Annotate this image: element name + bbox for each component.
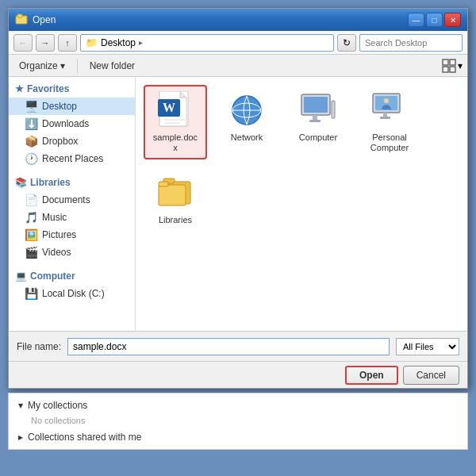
- word-doc-icon: W: [156, 91, 194, 129]
- new-folder-label: New folder: [90, 60, 135, 71]
- svg-rect-18: [332, 101, 335, 118]
- computer-header[interactable]: 💻 Computer: [9, 267, 135, 285]
- address-arrow: ▸: [139, 38, 143, 47]
- up-button[interactable]: ↑: [58, 34, 77, 52]
- my-collections-label: My collections: [28, 400, 87, 411]
- videos-icon: 🎬: [25, 246, 37, 259]
- libraries-arrow: 📚: [15, 177, 27, 188]
- sidebar-downloads-label: Downloads: [42, 118, 89, 129]
- my-collections-header[interactable]: ▾ My collections: [18, 400, 458, 411]
- title-controls: — □ ✕: [408, 13, 461, 27]
- local-disk-icon: 💾: [25, 287, 37, 300]
- open-button[interactable]: Open: [345, 366, 398, 385]
- file-type-select[interactable]: All Files: [396, 338, 459, 355]
- sidebar-pictures-label: Pictures: [42, 229, 76, 240]
- shared-label: Collections shared with me: [28, 432, 141, 443]
- music-icon: 🎵: [25, 211, 37, 224]
- action-bar: Open Cancel: [9, 361, 467, 388]
- no-collections-text: No collections: [18, 414, 458, 427]
- dialog-icon: [15, 13, 28, 26]
- file-item-personal-computer[interactable]: PersonalComputer: [358, 85, 421, 159]
- address-bar: ← → ↑ 📁 Desktop ▸ ↻: [9, 31, 467, 55]
- sidebar-divider-1: [9, 167, 135, 174]
- bottom-bar: File name: All Files: [9, 331, 467, 361]
- view-chevron: ▾: [458, 60, 463, 71]
- search-input[interactable]: [359, 34, 463, 52]
- file-area: W sample.docx: [136, 77, 467, 331]
- maximize-button[interactable]: □: [426, 13, 443, 27]
- sidebar-item-desktop[interactable]: 🖥️ Desktop: [9, 98, 135, 115]
- sidebar-item-pictures[interactable]: 🖼️ Pictures: [9, 226, 135, 244]
- sidebar-recent-label: Recent Places: [42, 153, 103, 164]
- svg-rect-22: [383, 113, 387, 117]
- shared-collections-header[interactable]: ▸ Collections shared with me: [18, 432, 458, 443]
- svg-rect-27: [159, 182, 168, 186]
- svg-rect-17: [309, 120, 321, 122]
- close-button[interactable]: ✕: [444, 13, 461, 27]
- dropbox-icon: 📦: [25, 135, 37, 148]
- downloads-icon: ⬇️: [25, 117, 37, 130]
- sidebar-item-recent[interactable]: 🕐 Recent Places: [9, 150, 135, 167]
- sidebar-item-videos[interactable]: 🎬 Videos: [9, 244, 135, 261]
- file-item-libraries[interactable]: Libraries: [144, 167, 207, 232]
- desktop-icon: 🖥️: [25, 100, 37, 113]
- file-item-network-label: Network: [231, 132, 263, 143]
- collections-area: ▾ My collections No collections ▸ Collec…: [8, 393, 468, 450]
- sidebar-documents-label: Documents: [42, 194, 90, 205]
- network-icon: [228, 91, 266, 129]
- computer-label: Computer: [30, 271, 75, 282]
- organize-chevron: ▾: [60, 60, 65, 71]
- file-name-label: File name:: [17, 341, 61, 352]
- sidebar-divider-2: [9, 261, 135, 267]
- sidebar-item-downloads[interactable]: ⬇️ Downloads: [9, 115, 135, 132]
- svg-rect-23: [380, 117, 390, 119]
- libraries-header[interactable]: 📚 Libraries: [9, 174, 135, 191]
- new-folder-button[interactable]: New folder: [84, 58, 140, 74]
- view-icon: [442, 59, 456, 73]
- sidebar-item-dropbox[interactable]: 📦 Dropbox: [9, 132, 135, 150]
- sidebar-desktop-label: Desktop: [42, 101, 77, 112]
- folder-icon: 📁: [86, 37, 98, 48]
- sidebar-item-local-disk[interactable]: 💾 Local Disk (C:): [9, 285, 135, 302]
- svg-rect-1: [17, 14, 22, 17]
- view-button[interactable]: ▾: [442, 59, 463, 73]
- forward-button[interactable]: →: [36, 34, 55, 52]
- address-box[interactable]: 📁 Desktop ▸: [80, 34, 334, 52]
- back-button[interactable]: ←: [13, 34, 33, 52]
- sidebar-local-disk-label: Local Disk (C:): [42, 288, 105, 299]
- main-area: ★ Favorites 🖥️ Desktop ⬇️ Downloads 📦 Dr…: [9, 77, 467, 331]
- favorites-header[interactable]: ★ Favorites: [9, 80, 135, 98]
- file-name-input[interactable]: [67, 338, 390, 355]
- minimize-button[interactable]: —: [408, 13, 424, 27]
- refresh-button[interactable]: ↻: [337, 34, 356, 52]
- shared-arrow: ▸: [18, 432, 23, 443]
- file-item-sample-docx[interactable]: W sample.docx: [144, 85, 207, 159]
- file-item-network[interactable]: Network: [215, 85, 278, 159]
- personal-computer-icon: [370, 91, 409, 129]
- sidebar-videos-label: Videos: [42, 247, 71, 258]
- favorites-label: Favorites: [27, 83, 69, 94]
- svg-rect-3: [450, 60, 455, 65]
- file-item-computer[interactable]: Computer: [286, 85, 350, 159]
- cancel-button[interactable]: Cancel: [403, 366, 459, 385]
- recent-icon: 🕐: [25, 152, 37, 165]
- toolbar: Organize ▾ New folder ▾: [9, 55, 467, 77]
- address-text: Desktop: [101, 37, 136, 48]
- sidebar-dropbox-label: Dropbox: [42, 136, 78, 147]
- libraries-file-icon: [156, 174, 194, 212]
- file-item-personal-computer-label: PersonalComputer: [370, 132, 409, 153]
- svg-rect-5: [450, 67, 455, 72]
- file-item-sample-label: sample.docx: [153, 132, 198, 153]
- organize-button[interactable]: Organize ▾: [13, 58, 71, 74]
- favorites-arrow: ★: [15, 83, 24, 94]
- sidebar-item-music[interactable]: 🎵 Music: [9, 209, 135, 226]
- computer-icon-sidebar: 💻: [15, 271, 27, 282]
- svg-rect-16: [313, 115, 317, 120]
- libraries-label: Libraries: [30, 177, 71, 188]
- organize-label: Organize: [19, 60, 58, 71]
- computer-file-icon: [299, 91, 337, 129]
- sidebar: ★ Favorites 🖥️ Desktop ⬇️ Downloads 📦 Dr…: [9, 77, 136, 331]
- pictures-icon: 🖼️: [25, 228, 37, 241]
- sidebar-item-documents[interactable]: 📄 Documents: [9, 191, 135, 209]
- dialog-title: Open: [33, 14, 56, 25]
